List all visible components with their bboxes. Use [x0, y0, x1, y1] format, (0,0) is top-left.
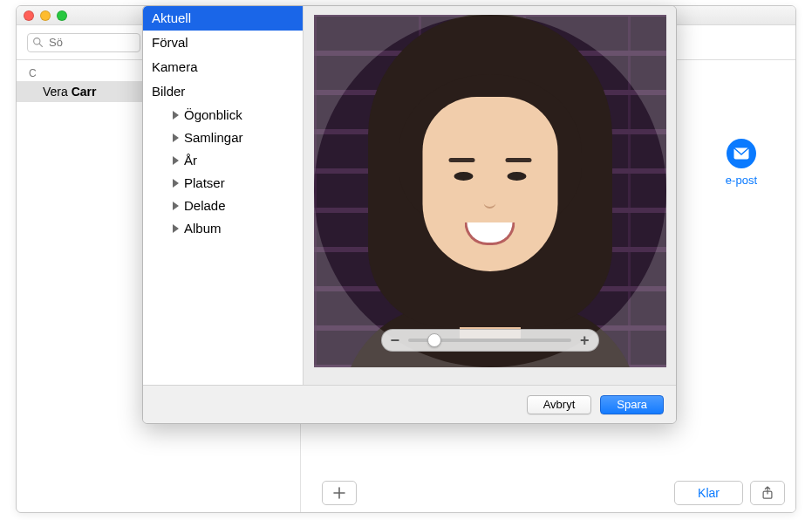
bilder-delade[interactable]: Delade — [143, 195, 303, 217]
crop-circle-overlay — [314, 15, 666, 367]
bilder-samlingar[interactable]: Samlingar — [143, 127, 303, 149]
photo-preview-area: − + — [304, 6, 676, 385]
disclosure-triangle-icon — [173, 224, 179, 233]
cancel-button[interactable]: Avbryt — [527, 395, 592, 414]
close-window-button[interactable] — [24, 10, 34, 21]
zoom-slider[interactable]: − + — [381, 329, 599, 352]
search-field-wrapper — [27, 33, 140, 52]
share-button[interactable] — [750, 481, 785, 505]
email-action-label: e-post — [726, 174, 757, 187]
photo-picker-popover: Aktuell Förval Kamera Bilder Ögonblick S… — [142, 5, 677, 424]
add-button[interactable] — [322, 481, 357, 505]
zoom-track[interactable] — [408, 339, 571, 342]
zoom-knob[interactable] — [427, 333, 441, 347]
bottom-toolbar: Klar — [322, 481, 785, 505]
bilder-ar[interactable]: År — [143, 149, 303, 172]
contact-first-name: Vera — [43, 85, 68, 99]
disclosure-triangle-icon — [173, 202, 179, 210]
bilder-album[interactable]: Album — [143, 217, 303, 240]
save-button[interactable]: Spara — [600, 395, 664, 414]
source-bilder[interactable]: Bilder — [143, 79, 303, 104]
disclosure-triangle-icon — [173, 156, 179, 165]
disclosure-triangle-icon — [173, 179, 179, 188]
popover-body: Aktuell Förval Kamera Bilder Ögonblick S… — [143, 6, 676, 385]
done-button[interactable]: Klar — [674, 481, 743, 505]
photo-source-sidebar: Aktuell Förval Kamera Bilder Ögonblick S… — [143, 6, 304, 385]
popover-footer: Avbryt Spara — [143, 385, 676, 423]
bilder-platser[interactable]: Platser — [143, 172, 303, 195]
photo-crop-frame[interactable]: − + — [314, 15, 666, 367]
source-forval[interactable]: Förval — [143, 31, 303, 55]
minimize-window-button[interactable] — [40, 10, 51, 21]
source-kamera[interactable]: Kamera — [143, 55, 303, 79]
zoom-out-icon[interactable]: − — [391, 332, 400, 350]
source-aktuell[interactable]: Aktuell — [143, 6, 303, 31]
mail-icon — [727, 139, 756, 168]
zoom-in-icon[interactable]: + — [580, 332, 590, 350]
bilder-ogonblick[interactable]: Ögonblick — [143, 104, 303, 127]
bottom-right-buttons: Klar — [674, 481, 785, 505]
plus-icon — [333, 487, 345, 499]
contact-last-name: Carr — [72, 85, 97, 99]
search-input[interactable] — [27, 33, 140, 52]
disclosure-triangle-icon — [173, 133, 179, 142]
search-icon — [32, 37, 44, 48]
disclosure-triangle-icon — [173, 111, 179, 120]
share-icon — [761, 486, 774, 500]
zoom-window-button[interactable] — [57, 10, 67, 21]
svg-line-1 — [39, 44, 42, 46]
email-action[interactable]: e-post — [726, 139, 757, 187]
